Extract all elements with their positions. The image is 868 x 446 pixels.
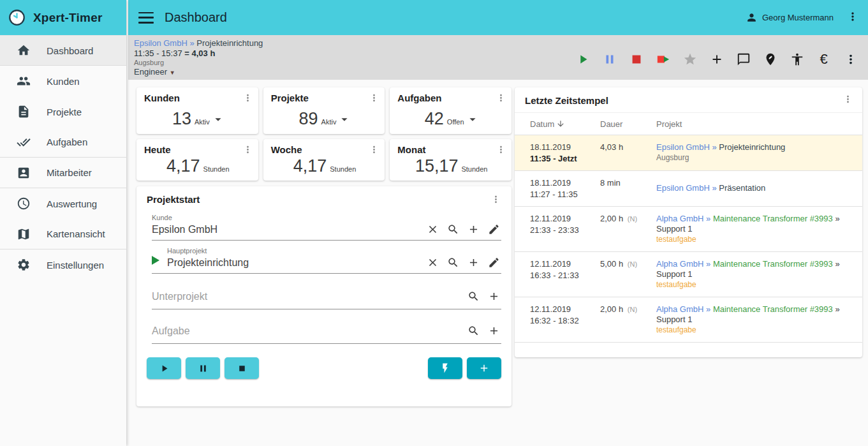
stat-dropdown[interactable] — [211, 112, 225, 128]
kebab-icon — [490, 194, 501, 205]
clear-icon[interactable] — [427, 223, 439, 235]
kunde-input[interactable]: Epsilon GmbH — [152, 224, 427, 235]
search-icon[interactable] — [467, 325, 480, 337]
timestamp-row[interactable]: 12.11.2019 21:33 - 23:33 2,00 h (N) Alph… — [515, 207, 862, 252]
stat-dropdown[interactable] — [466, 112, 480, 128]
timestamps-column-header: Datum Dauer Projekt — [515, 112, 862, 135]
stat-card-woche[interactable]: Woche 4,17 Stunden — [263, 139, 385, 181]
timestamps-menu-button[interactable] — [842, 94, 853, 107]
stat-title: Monat — [397, 144, 425, 155]
people-icon — [17, 74, 31, 88]
overflow-menu-button[interactable] — [846, 10, 859, 26]
ts-time: 16:33 - 21:33 — [530, 271, 600, 280]
favorite-button[interactable] — [682, 52, 697, 66]
stat-menu-button[interactable] — [496, 144, 506, 158]
edit-pencil-icon[interactable] — [488, 256, 500, 269]
stop-button[interactable] — [629, 52, 644, 66]
ts-customer-link[interactable]: Alpha GmbH — [656, 214, 703, 223]
pause-project-button[interactable] — [186, 357, 220, 379]
stat-menu-button[interactable] — [369, 93, 379, 106]
stat-card-aufgaben[interactable]: Aufgaben 42 Offen — [390, 87, 511, 134]
ts-date: 12.11.2019 — [530, 259, 600, 269]
sidebar-item-mitarbeiter[interactable]: Mitarbeiter — [0, 158, 126, 188]
accessibility-button[interactable] — [790, 52, 804, 66]
ts-customer-link[interactable]: Epsilon GmbH — [656, 183, 710, 193]
stat-title: Heute — [144, 144, 171, 155]
timestamps-footer — [515, 343, 862, 350]
add-icon[interactable] — [467, 223, 480, 235]
stat-dropdown[interactable] — [337, 112, 351, 128]
ts-customer-link[interactable]: Epsilon GmbH — [656, 142, 710, 152]
search-icon[interactable] — [467, 290, 480, 302]
sidebar-item-auswertung[interactable]: Auswertung — [0, 188, 126, 219]
pause-button[interactable] — [602, 52, 617, 66]
search-icon[interactable] — [447, 223, 459, 235]
billing-button[interactable]: € — [816, 52, 831, 66]
aufgabe-input[interactable]: Aufgabe — [152, 325, 467, 337]
comment-button[interactable] — [736, 52, 751, 66]
stat-value: 4,17 — [166, 158, 200, 175]
top-app-bar: Dashboard Georg Mustermann — [128, 0, 868, 35]
add-icon[interactable] — [488, 290, 500, 302]
stat-menu-button[interactable] — [369, 144, 379, 158]
start-button[interactable] — [575, 52, 590, 66]
timestamp-row[interactable]: 18.11.2019 11:27 - 11:35 8 min Epsilon G… — [515, 171, 862, 207]
sidebar-item-projekte[interactable]: Projekte — [0, 96, 126, 127]
timestamp-row[interactable]: 18.11.2019 11:35 - Jetzt 4,03 h Epsilon … — [515, 135, 862, 171]
kebab-icon — [842, 94, 853, 105]
search-icon[interactable] — [447, 256, 459, 269]
sidebar-item-kunden[interactable]: Kunden — [0, 66, 126, 96]
column-datum[interactable]: Datum — [530, 119, 600, 129]
add-icon[interactable] — [467, 256, 480, 269]
timestamp-row[interactable]: 12.11.2019 16:33 - 21:33 5,00 h (N) Alph… — [515, 252, 862, 297]
euro-icon: € — [820, 52, 827, 66]
tracking-customer-link[interactable]: Epsilon GmbH — [134, 38, 188, 48]
ts-customer-link[interactable]: Alpha GmbH — [656, 259, 703, 269]
ts-customer-link[interactable]: Alpha GmbH — [656, 304, 703, 314]
stop-and-start-button[interactable] — [656, 52, 670, 66]
quick-start-button[interactable] — [428, 357, 462, 379]
stat-value: 13 — [172, 110, 191, 128]
stat-card-projekte[interactable]: Projekte 89 Aktiv — [263, 87, 385, 134]
home-icon — [17, 43, 31, 57]
clear-icon[interactable] — [427, 256, 439, 269]
unterprojekt-input[interactable]: Unterprojekt — [152, 291, 467, 302]
add-icon[interactable] — [488, 325, 500, 337]
ts-subproject: Support 1 — [656, 224, 692, 234]
sidebar-item-aufgaben[interactable]: Aufgaben — [0, 127, 126, 158]
stat-unit: Stunden — [330, 165, 356, 173]
edit-location-button[interactable] — [763, 52, 777, 66]
ts-project-cell: Epsilon GmbH » Projekteinrichtung Augsbu… — [656, 142, 862, 163]
edit-pencil-icon[interactable] — [488, 223, 500, 235]
add-button[interactable] — [709, 52, 724, 66]
user-menu[interactable]: Georg Mustermann — [746, 11, 834, 24]
stop-project-button[interactable] — [224, 357, 259, 379]
aufgabe-field: Aufgabe — [152, 325, 501, 344]
timestamps-title: Letzte Zeitstempel — [525, 95, 608, 106]
chevron-down-icon — [466, 112, 480, 126]
sidebar-item-label: Kartenansicht — [47, 228, 105, 239]
projektstart-menu-button[interactable] — [490, 194, 501, 207]
hamburger-menu-icon[interactable] — [138, 12, 154, 24]
stat-card-heute[interactable]: Heute 4,17 Stunden — [136, 139, 258, 181]
hauptprojekt-input[interactable]: Projekteinrichtung — [167, 257, 427, 269]
plus-icon — [710, 52, 724, 66]
pause-icon — [603, 52, 617, 66]
timestamp-row[interactable]: 12.11.2019 16:32 - 18:32 2,00 h (N) Alph… — [515, 297, 862, 343]
sidebar-item-dashboard[interactable]: Dashboard — [0, 35, 126, 66]
stat-unit: Offen — [447, 118, 464, 126]
stat-card-monat[interactable]: Monat 15,17 Stunden — [390, 139, 511, 181]
stat-title: Woche — [271, 144, 302, 155]
sidebar-item-einstellungen[interactable]: Einstellungen — [0, 249, 126, 280]
add-project-button[interactable] — [467, 357, 501, 379]
stat-unit: Aktiv — [195, 118, 210, 126]
start-project-button[interactable] — [147, 357, 181, 379]
stat-unit: Stunden — [461, 165, 487, 173]
sidebar-item-kartenansicht[interactable]: Kartenansicht — [0, 219, 126, 249]
role-dropdown[interactable]: Engineer ▼ — [134, 67, 263, 78]
stat-card-kunden[interactable]: Kunden 13 Aktiv — [136, 87, 258, 134]
stat-menu-button[interactable] — [242, 144, 253, 158]
stat-menu-button[interactable] — [496, 93, 506, 106]
toolbar-overflow-button[interactable] — [843, 52, 858, 66]
stat-menu-button[interactable] — [242, 93, 253, 106]
